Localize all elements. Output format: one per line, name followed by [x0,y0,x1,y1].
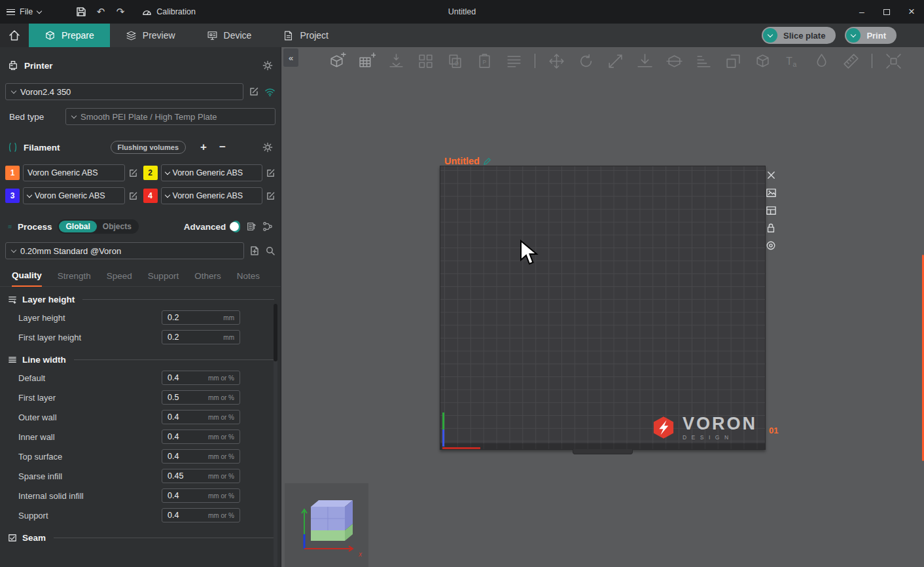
seam-group-header: Seam [0,529,281,546]
delete-plate-button[interactable] [764,168,777,181]
printer-connection-button[interactable] [264,87,275,97]
flushing-volumes-button[interactable]: Flushing volumes [111,141,187,154]
save-preset-button[interactable] [249,246,260,256]
scope-objects-button[interactable]: Objects [97,221,137,232]
filament-color-2[interactable]: 2 [143,166,158,180]
paste-button[interactable]: P [473,50,495,72]
add-filament-button[interactable]: + [197,141,210,154]
advanced-toggle[interactable] [232,221,240,232]
chevron-down-icon [71,113,77,118]
printer-settings-button[interactable] [262,60,273,71]
layers-panel-button[interactable] [503,50,525,72]
filament-select-2[interactable]: Voron Generic ABS [161,164,263,181]
support-line-width-input[interactable]: 0.4mm or % [162,508,240,522]
tab-quality[interactable]: Quality [12,270,42,287]
search-settings-button[interactable] [265,246,275,256]
filament-color-1[interactable]: 1 [5,166,20,180]
edit-filament-2-button[interactable] [266,168,275,178]
tab-preview[interactable]: Preview [110,24,191,47]
process-preset-select[interactable]: 0.20mm Standard @Voron [5,242,244,259]
plate-settings-button[interactable] [764,239,777,252]
object-thumbnail[interactable]: x [285,483,368,567]
home-button[interactable] [0,24,29,47]
exploded-view-button[interactable] [882,50,904,72]
scale-tool-button[interactable] [604,50,626,72]
tab-support[interactable]: Support [148,271,179,286]
slice-plate-button[interactable]: Slice plate [762,27,836,44]
edit-printer-button[interactable] [249,86,259,97]
sidebar-scrollbar-thumb[interactable] [274,304,277,361]
filament-select-3[interactable]: Voron Generic ABS [23,187,125,204]
undo-button[interactable]: ↶ [91,3,111,21]
plate-image-button[interactable] [764,186,777,199]
first-layer-line-width-input[interactable]: 0.5mm or % [162,390,240,405]
variable-layer-height-button[interactable] [692,50,715,72]
text-tool-button[interactable]: Ta [781,50,803,72]
maximize-button[interactable] [874,0,899,24]
scope-global-button[interactable]: Global [59,221,96,232]
default-line-width-input[interactable]: 0.4mm or % [162,371,240,385]
calibration-menu[interactable]: Calibration [135,0,202,24]
application-window: File ↶ ↷ Calibration Untitled – × Prepar… [0,0,924,567]
paint-tool-button[interactable] [810,50,832,72]
slice-options-dropdown[interactable] [763,28,777,43]
minimize-button[interactable]: – [849,0,874,24]
filament-color-3[interactable]: 3 [5,189,20,203]
filament-select-1[interactable]: Voron Generic ABS [23,164,125,181]
divider [54,538,274,538]
view-all-options-button[interactable] [262,221,273,232]
filament-settings-button[interactable] [262,142,273,153]
move-tool-button[interactable] [545,50,567,72]
save-button[interactable] [71,3,91,21]
copy-button[interactable]: O [444,50,466,72]
titlebar: File ↶ ↷ Calibration Untitled – × [0,0,924,24]
edit-filament-3-button[interactable] [128,191,138,201]
auto-orient-button[interactable] [385,50,407,72]
edit-filament-4-button[interactable] [266,191,275,201]
close-button[interactable]: × [899,0,924,24]
plate-layout-button[interactable] [764,204,777,217]
bed-type-select[interactable]: Smooth PEI Plate / High Temp Plate [65,108,275,125]
tab-speed[interactable]: Speed [107,271,132,286]
svg-text:T: T [786,55,792,66]
arrange-button[interactable] [414,50,436,72]
print-options-dropdown[interactable] [846,28,861,43]
cut-tool-button[interactable] [663,50,685,72]
measure-tool-button[interactable] [840,50,862,72]
add-plate-button[interactable] [355,50,378,72]
assembly-button[interactable] [751,50,773,72]
flatten-tool-button[interactable] [633,50,656,72]
redo-button[interactable]: ↷ [111,3,130,21]
collapse-sidebar-button[interactable]: « [283,48,298,67]
tab-prepare[interactable]: Prepare [29,24,110,47]
tab-strength[interactable]: Strength [58,271,91,286]
tab-notes[interactable]: Notes [237,271,260,286]
edit-filament-1-button[interactable] [128,168,138,178]
tab-others[interactable]: Others [194,271,221,286]
filament-color-4[interactable]: 4 [143,189,158,203]
tab-device[interactable]: Device [191,24,268,47]
sparse-infill-line-width-input[interactable]: 0.45mm or % [162,469,240,483]
rotate-tool-button[interactable] [575,50,597,72]
layer-height-input[interactable]: 0.2mm [162,310,240,325]
compare-presets-button[interactable] [246,221,257,232]
z-axis-indicator [442,430,444,447]
layer-height-label: Layer height [18,313,162,323]
lock-plate-button[interactable] [764,221,777,234]
outer-wall-line-width-input[interactable]: 0.4mm or % [162,410,240,424]
plate-name[interactable]: Untitled [444,156,491,166]
printer-select[interactable]: Voron2.4 350 [5,83,243,100]
remove-filament-button[interactable]: − [216,141,229,154]
add-model-button[interactable] [326,50,348,72]
clone-button[interactable] [722,50,744,72]
build-plate[interactable]: VORON DESIGN [440,166,766,450]
top-surface-line-width-input[interactable]: 0.4mm or % [162,449,240,464]
file-menu[interactable]: File [0,0,48,24]
print-button[interactable]: Print [845,27,897,44]
inner-wall-line-width-input[interactable]: 0.4mm or % [162,430,240,444]
first-layer-height-input[interactable]: 0.2mm [162,330,240,344]
filament-select-4[interactable]: Voron Generic ABS [161,187,263,204]
internal-solid-infill-line-width-input[interactable]: 0.4mm or % [162,488,240,503]
edit-plate-name-icon[interactable] [483,157,491,166]
tab-project[interactable]: Project [267,24,344,47]
